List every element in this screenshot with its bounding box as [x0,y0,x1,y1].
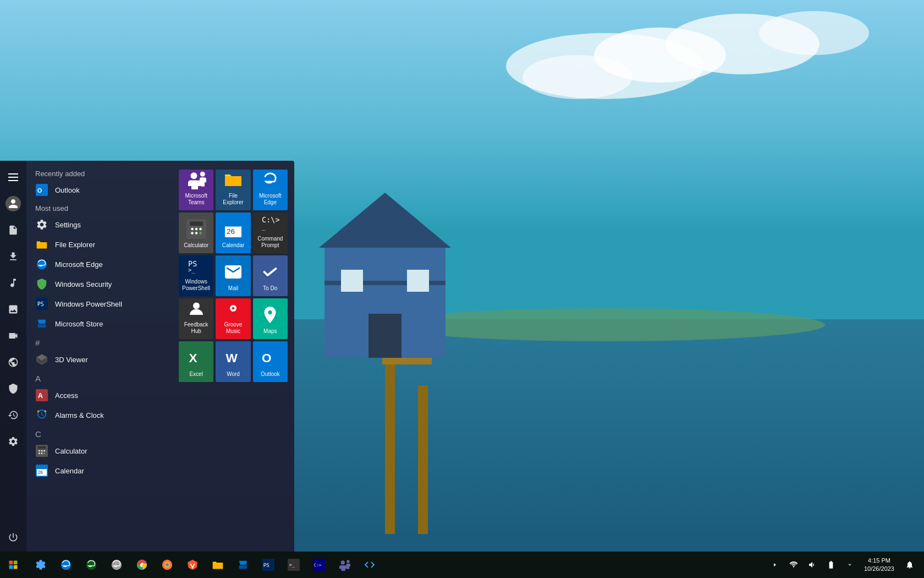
svg-rect-86 [239,565,248,569]
taskbar-file-explorer-icon[interactable] [206,553,230,577]
app-item-calendar[interactable]: 26 Calendar [26,461,172,481]
sidebar-network-icon[interactable] [1,350,25,374]
tile-calculator[interactable]: Calculator [179,212,213,253]
tile-label-calculator: Calculator [184,242,208,249]
tile-powershell[interactable]: PS>_ Windows PowerShell [179,255,213,296]
tile-label-powershell: Windows PowerShell [181,279,211,292]
app-name-store: Microsoft Store [55,320,103,328]
taskbar-terminal-icon[interactable]: >_ [282,553,306,577]
file-explorer-tile-icon [222,168,244,190]
svg-text:O: O [37,187,42,194]
tiles-panel: Microsoft Teams File Explorer Microsoft … [172,161,294,552]
taskbar-edge-dev-icon[interactable] [79,553,103,577]
taskbar-store-icon[interactable] [231,553,255,577]
svg-rect-24 [38,324,46,328]
taskbar-brave-icon[interactable] [180,553,205,577]
svg-point-46 [199,228,202,231]
tray-network-icon[interactable] [785,553,802,577]
taskbar-edge-icon[interactable] [54,553,78,577]
todo-tile-icon [259,261,281,283]
alpha-divider-a: A [26,369,172,385]
sidebar-videos-icon[interactable] [1,324,25,348]
tile-teams[interactable]: Microsoft Teams [179,170,213,210]
store-icon-small [35,317,48,330]
hamburger-button[interactable] [1,165,25,189]
recently-added-label: Recently added [26,165,172,180]
tile-edge[interactable]: Microsoft Edge [253,170,288,210]
svg-point-49 [199,232,202,235]
svg-point-45 [195,228,197,231]
system-clock[interactable]: 4:15 PM 10/26/2023 [860,557,899,574]
app-item-outlook-recent[interactable]: O Outlook [26,180,172,200]
tile-calendar[interactable]: 26 Calendar [216,212,250,253]
app-item-file-explorer[interactable]: File Explorer [26,235,172,254]
app-name-powershell: Windows PowerShell [55,300,122,308]
sidebar-profile-icon[interactable] [1,192,25,216]
app-item-calculator[interactable]: Calculator [26,441,172,461]
app-item-store[interactable]: Microsoft Store [26,314,172,334]
sidebar-power-icon[interactable] [1,525,25,549]
sidebar-settings-icon[interactable] [1,429,25,454]
tile-outlook[interactable]: O Outlook [253,341,288,382]
taskbar-settings-icon[interactable] [29,553,53,577]
powershell-icon-small: PS [35,297,48,310]
tray-volume-icon[interactable] [804,553,821,577]
tile-feedback[interactable]: Feedback Hub [179,298,213,339]
edge-tile-icon [259,168,281,190]
tray-chevron-icon[interactable] [766,553,784,577]
sidebar-pictures-icon[interactable] [1,297,25,321]
tile-file-explorer[interactable]: File Explorer [216,170,250,210]
teams-tile-icon [185,168,207,190]
app-item-3dviewer[interactable]: 3D Viewer [26,350,172,369]
notification-center-button[interactable] [900,553,920,577]
app-item-powershell[interactable]: PS Windows PowerShell [26,294,172,314]
3dviewer-icon-small [35,353,48,366]
app-item-access[interactable]: A Access [26,385,172,405]
tray-battery-icon[interactable] [822,553,840,577]
svg-text:O: O [262,351,272,365]
app-name-windows-security: Windows Security [55,280,112,288]
alarms-icon-small [35,408,48,422]
app-item-settings[interactable]: Settings [26,215,172,235]
app-item-alarms[interactable]: Alarms & Clock [26,405,172,425]
taskbar-powershell-icon[interactable]: PS [256,553,280,577]
tile-command-prompt[interactable]: C:\>_ Command Prompt [253,212,288,253]
app-name-3dviewer: 3D Viewer [55,356,88,364]
tile-todo[interactable]: To Do [253,255,288,296]
sidebar-downloads-icon[interactable] [1,244,25,269]
svg-text:_: _ [262,223,266,231]
app-list: Recently added O Outlook Most used Setti… [26,161,172,552]
taskbar-chrome-icon[interactable] [130,553,154,577]
taskbar-cmd-icon[interactable]: C:> [307,553,331,577]
tiles-row-4: Feedback Hub Groove Music Maps [179,298,288,339]
svg-point-31 [38,450,40,452]
sidebar-security-icon[interactable] [1,377,25,401]
app-item-windows-security[interactable]: Windows Security [26,274,172,294]
svg-rect-30 [38,446,46,449]
taskbar-teams-icon[interactable] [332,553,356,577]
sidebar-history-icon[interactable] [1,403,25,427]
svg-rect-39 [37,466,47,469]
svg-rect-74 [9,565,13,569]
tile-maps[interactable]: Maps [253,298,288,339]
tile-label-cmd: Command Prompt [255,236,285,249]
sidebar-documents-icon[interactable] [1,218,25,242]
svg-point-62 [193,303,200,309]
start-button[interactable] [0,552,26,578]
taskbar-edge-beta-icon[interactable] [105,553,129,577]
svg-text:>_: >_ [289,562,295,568]
tile-mail[interactable]: Mail [216,255,250,296]
tile-word[interactable]: W Word [216,341,250,382]
access-icon-small: A [35,389,48,402]
taskbar-firefox-icon[interactable] [155,553,179,577]
sidebar-music-icon[interactable] [1,271,25,295]
outlook-icon-small: O [35,183,48,197]
app-item-edge[interactable]: Microsoft Edge [26,254,172,274]
tile-groove[interactable]: Groove Music [216,298,250,339]
taskbar-dev-icon[interactable] [358,553,382,577]
tile-excel[interactable]: X Excel [179,341,213,382]
tile-label-maps: Maps [263,328,277,335]
tray-notification-area-expand[interactable] [841,553,859,577]
tile-label-outlook: Outlook [261,371,279,378]
svg-rect-43 [190,222,203,226]
